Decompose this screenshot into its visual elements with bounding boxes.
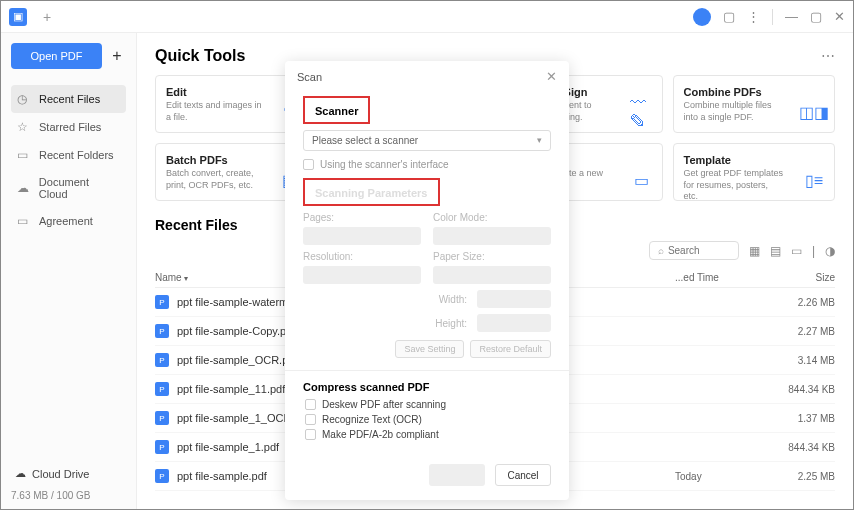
cancel-button[interactable]: Cancel	[495, 464, 551, 486]
dialog-title: Scan	[297, 71, 322, 83]
colormode-label: Color Mode:	[433, 212, 551, 223]
papersize-label: Paper Size:	[433, 251, 551, 262]
checkbox-icon	[305, 429, 316, 440]
ocr-option[interactable]: Recognize Text (OCR)	[303, 414, 551, 425]
deskew-option[interactable]: Deskew PDF after scanning	[303, 399, 551, 410]
checkbox-icon	[305, 399, 316, 410]
pages-label: Pages:	[303, 212, 421, 223]
scanner-select[interactable]: Please select a scanner	[303, 130, 551, 151]
checkbox-icon	[303, 159, 314, 170]
close-dialog-button[interactable]: ✕	[546, 69, 557, 84]
save-setting-button[interactable]: Save Setting	[395, 340, 464, 358]
checkbox-icon	[305, 414, 316, 425]
scan-params-label: Scanning Parameters	[303, 178, 440, 206]
pdfa-option[interactable]: Make PDF/A-2b compliant	[303, 429, 551, 440]
use-interface-check[interactable]: Using the scanner's interface	[303, 159, 551, 170]
scan-dialog: Scan ✕ Scanner Please select a scanner U…	[285, 61, 569, 500]
scan-button[interactable]	[429, 464, 485, 486]
compress-label: Compress scanned PDF	[303, 381, 551, 393]
pages-field[interactable]	[303, 227, 421, 245]
restore-default-button[interactable]: Restore Default	[470, 340, 551, 358]
height-label: Height:	[435, 318, 467, 329]
height-field[interactable]	[477, 314, 551, 332]
papersize-field[interactable]	[433, 266, 551, 284]
width-label: Width:	[439, 294, 467, 305]
width-field[interactable]	[477, 290, 551, 308]
modal-overlay: Scan ✕ Scanner Please select a scanner U…	[1, 1, 853, 509]
resolution-field[interactable]	[303, 266, 421, 284]
colormode-field[interactable]	[433, 227, 551, 245]
resolution-label: Resolution:	[303, 251, 421, 262]
scanner-section-label: Scanner	[303, 96, 370, 124]
